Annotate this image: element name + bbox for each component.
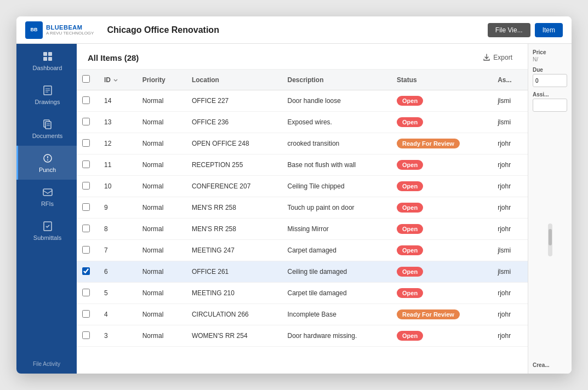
row-checkbox[interactable]: [82, 225, 90, 232]
row-checkbox[interactable]: [82, 139, 90, 147]
row-checkbox[interactable]: [82, 118, 90, 125]
row-assigned: rjohr: [490, 197, 528, 219]
row-description: Carpet damaged: [280, 240, 390, 261]
row-location: OFFICE 227: [184, 90, 280, 112]
logo-icon: BB: [25, 21, 43, 39]
row-checkbox[interactable]: [82, 267, 90, 275]
sidebar-item-punch[interactable]: Punch: [16, 146, 77, 180]
row-checkbox[interactable]: [82, 203, 90, 211]
header-id[interactable]: ID: [96, 70, 135, 90]
main-window: BB BLUEBEAM A REVU TECHNOLOGY Chicago Of…: [16, 16, 572, 374]
table-row[interactable]: 11 Normal RECEPTION 255 Base not flush w…: [77, 154, 528, 176]
header-assigned[interactable]: As...: [490, 70, 528, 90]
row-checkbox-cell: [77, 219, 96, 240]
header-status[interactable]: Status: [389, 70, 490, 90]
header-location[interactable]: Location: [184, 70, 280, 90]
row-description: Missing Mirror: [280, 219, 390, 240]
row-checkbox-cell: [77, 283, 96, 304]
row-status: Open: [389, 176, 490, 197]
brand-name: BLUEBEAM: [46, 24, 94, 31]
sidebar-footer[interactable]: File Activity: [16, 354, 77, 374]
row-id: 3: [96, 325, 135, 347]
export-label: Export: [493, 54, 512, 61]
row-status: Ready For Review: [389, 133, 490, 154]
file-view-button[interactable]: File Vie...: [488, 23, 530, 37]
sidebar-item-dashboard[interactable]: Dashboard: [16, 44, 77, 78]
panel-create-label: Crea...: [533, 362, 567, 368]
row-checkbox-cell: [77, 133, 96, 154]
status-badge: Open: [397, 267, 423, 277]
table-row[interactable]: 12 Normal OPEN OFFICE 248 crooked transi…: [77, 133, 528, 154]
row-description: Ceiling Tile chipped: [280, 176, 390, 197]
sidebar-item-documents-label: Documents: [32, 133, 63, 139]
table-row[interactable]: 3 Normal WOMEN'S RR 254 Door hardware mi…: [77, 325, 528, 347]
row-priority: Normal: [135, 176, 184, 197]
table-row[interactable]: 6 Normal OFFICE 261 Ceiling tile damaged…: [77, 261, 528, 283]
row-checkbox[interactable]: [82, 310, 90, 318]
item-button[interactable]: Item: [535, 23, 563, 37]
table-row[interactable]: 9 Normal MEN'S RR 258 Touch up paint on …: [77, 197, 528, 219]
row-id: 8: [96, 219, 135, 240]
table-row[interactable]: 8 Normal MEN'S RR 258 Missing Mirror Ope…: [77, 219, 528, 240]
row-priority: Normal: [135, 90, 184, 112]
svg-rect-3: [48, 57, 52, 61]
row-description: Door handle loose: [280, 90, 390, 112]
header-priority[interactable]: Priority: [135, 70, 184, 90]
row-status: Open: [389, 90, 490, 112]
panel-assigned-field: Assi...: [533, 91, 567, 112]
panel-due-field: Due: [533, 67, 567, 87]
sidebar-item-drawings[interactable]: Drawings: [16, 78, 77, 112]
row-priority: Normal: [135, 261, 184, 283]
row-checkbox[interactable]: [82, 160, 90, 168]
punch-icon: [42, 152, 54, 164]
table-row[interactable]: 7 Normal MEETING 247 Carpet damaged Open…: [77, 240, 528, 261]
table-body: 14 Normal OFFICE 227 Door handle loose O…: [77, 90, 528, 347]
status-badge: Open: [397, 331, 423, 341]
status-badge: Open: [397, 181, 423, 191]
export-icon: [483, 54, 490, 61]
row-checkbox[interactable]: [82, 331, 90, 339]
table-row[interactable]: 14 Normal OFFICE 227 Door handle loose O…: [77, 90, 528, 112]
select-all-checkbox[interactable]: [82, 75, 90, 83]
status-badge: Ready For Review: [397, 309, 460, 319]
content-header: All Items (28) Export: [77, 44, 528, 70]
row-id: 9: [96, 197, 135, 219]
status-badge: Open: [397, 96, 423, 106]
table-wrapper: ID Priority Location Description Status …: [77, 70, 528, 374]
table-row[interactable]: 4 Normal CIRCULATION 266 Incomplete Base…: [77, 304, 528, 325]
sidebar-item-rfis[interactable]: RFIs: [16, 180, 77, 214]
header-description[interactable]: Description: [280, 70, 390, 90]
row-location: WOMEN'S RR 254: [184, 325, 280, 347]
row-priority: Normal: [135, 133, 184, 154]
header-assigned-label: As...: [498, 76, 511, 84]
sidebar-item-rfis-label: RFIs: [41, 200, 54, 207]
scrollbar-track[interactable]: [548, 223, 552, 256]
sidebar-item-submittals[interactable]: Submittals: [16, 214, 77, 248]
row-assigned: jlsmi: [490, 90, 528, 112]
row-id: 14: [96, 90, 135, 112]
export-button[interactable]: Export: [478, 51, 517, 64]
row-checkbox[interactable]: [82, 246, 90, 254]
row-checkbox[interactable]: [82, 182, 90, 190]
drawings-icon: [42, 84, 54, 96]
row-checkbox[interactable]: [82, 289, 90, 296]
sidebar-item-documents[interactable]: Documents: [16, 112, 77, 146]
panel-price-label: Price: [533, 49, 567, 55]
table-row[interactable]: 13 Normal OFFICE 236 Exposed wires. Open…: [77, 112, 528, 133]
row-status: Open: [389, 240, 490, 261]
panel-assigned-input[interactable]: [533, 99, 567, 112]
row-priority: Normal: [135, 219, 184, 240]
main-layout: Dashboard Drawings: [16, 44, 572, 374]
table-row[interactable]: 10 Normal CONFERENCE 207 Ceiling Tile ch…: [77, 176, 528, 197]
bluebeam-logo: BB BLUEBEAM A REVU TECHNOLOGY: [25, 21, 94, 39]
row-id: 13: [96, 112, 135, 133]
table-row[interactable]: 5 Normal MEETING 210 Carpet tile damaged…: [77, 283, 528, 304]
row-checkbox[interactable]: [82, 96, 90, 104]
panel-due-input[interactable]: [533, 74, 567, 87]
row-location: OFFICE 236: [184, 112, 280, 133]
right-panel: Price N/ Due Assi... Crea...: [528, 44, 572, 374]
row-priority: Normal: [135, 112, 184, 133]
svg-rect-1: [48, 52, 52, 56]
status-badge: Open: [397, 245, 423, 255]
documents-icon: [42, 118, 54, 130]
